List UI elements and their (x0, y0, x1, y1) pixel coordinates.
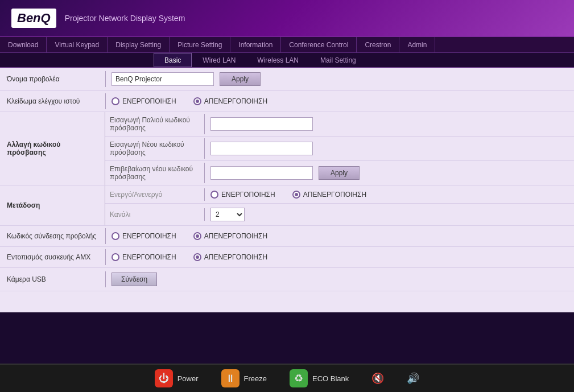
old-password-content (205, 115, 574, 133)
freeze-label: Freeze (244, 374, 267, 383)
sub-nav: Basic Wired LAN Wireless LAN Mail Settin… (0, 53, 574, 68)
subnav-wired-lan[interactable]: Wired LAN (192, 53, 246, 67)
volume-low-icon: 🔇 (371, 372, 384, 385)
subnav-basic[interactable]: Basic (154, 53, 192, 67)
projector-name-content: Apply (106, 70, 574, 88)
eco-blank-button[interactable]: ♻ ECO Blank (290, 369, 349, 387)
new-password-input[interactable] (210, 142, 313, 155)
amx-enable-radio[interactable] (112, 253, 119, 261)
control-lock-enable-group: ΕΝΕΡΓΟΠΟΙΗΣΗ (112, 97, 188, 105)
amx-enable-label: ΕΝΕΡΓΟΠΟΙΗΣΗ (122, 253, 176, 261)
footer: ⏻ Power ⏸ Freeze ♻ ECO Blank 🔇 🔊 (0, 364, 574, 392)
freeze-icon: ⏸ (221, 369, 239, 387)
proj-code-enable-group: ΕΝΕΡΓΟΠΟΙΗΣΗ (112, 232, 188, 240)
nav-download[interactable]: Download (0, 37, 47, 52)
control-lock-label: Κλείδωμα ελέγχου ιστού (0, 95, 105, 108)
broadcast-inner: Ενεργό/Ανενεργό ΕΝΕΡΓΟΠΟΙΗΣΗ ΑΠΕΝΕΡΓΟΠΟΙ… (105, 185, 574, 225)
proj-code-disable-label: ΑΠΕΝΕΡΓΟΠΟΙΗΣΗ (204, 232, 267, 240)
confirm-password-input[interactable] (210, 166, 313, 180)
amx-enable-group: ΕΝΕΡΓΟΠΟΙΗΣΗ (112, 253, 188, 261)
broadcast-disable-label: ΑΠΕΝΕΡΓΟΠΟΙΗΣΗ (303, 191, 366, 199)
nav-display-setting[interactable]: Display Setting (108, 37, 170, 52)
subnav-mail-setting[interactable]: Mail Setting (309, 53, 367, 67)
projection-code-row: Κωδικός σύνδεσης προβολής ΕΝΕΡΓΟΠΟΙΗΣΗ Α… (0, 226, 574, 247)
amx-row: Εντοπισμός συσκευής AMX ΕΝΕΡΓΟΠΟΙΗΣΗ ΑΠΕ… (0, 247, 574, 268)
nav-picture-setting[interactable]: Picture Setting (170, 37, 230, 52)
amx-label: Εντοπισμός συσκευής AMX (0, 251, 105, 263)
logo-subtitle: Projector Network Display System (65, 14, 185, 23)
proj-code-disable-group: ΑΠΕΝΕΡΓΟΠΟΙΗΣΗ (193, 232, 279, 240)
proj-code-enable-radio[interactable] (112, 232, 119, 240)
eco-icon: ♻ (290, 369, 308, 387)
amx-content: ΕΝΕΡΓΟΠΟΙΗΣΗ ΑΠΕΝΕΡΓΟΠΟΙΗΣΗ (106, 251, 574, 263)
freeze-button[interactable]: ⏸ Freeze (221, 369, 267, 387)
active-inactive-label: Ενεργό/Ανενεργό (105, 188, 205, 201)
old-password-label: Εισαγωγή Παλιού κωδικού πρόσβασης (105, 114, 205, 134)
confirm-password-label: Επιβεβαίωση νέου κωδικού πρόσβασης (105, 163, 205, 183)
control-lock-disable-group: ΑΠΕΝΕΡΓΟΠΟΙΗΣΗ (193, 97, 279, 105)
nav-bar: Download Virtual Keypad Display Setting … (0, 37, 574, 53)
broadcast-disable-radio[interactable] (292, 191, 300, 199)
projection-code-content: ΕΝΕΡΓΟΠΟΙΗΣΗ ΑΠΕΝΕΡΓΟΠΟΙΗΣΗ (106, 230, 574, 242)
apply-name-button[interactable]: Apply (220, 72, 261, 86)
eco-label: ECO Blank (312, 374, 349, 383)
control-lock-disable-radio[interactable] (193, 97, 201, 105)
broadcast-enable-group: ΕΝΕΡΓΟΠΟΙΗΣΗ (210, 191, 287, 199)
broadcast-label: Μετάδοση (0, 185, 105, 225)
power-icon: ⏻ (155, 369, 173, 387)
control-lock-enable-radio[interactable] (112, 97, 119, 105)
channel-select[interactable]: 2 3 4 5 6 (210, 208, 245, 221)
apply-password-button[interactable]: Apply (319, 166, 360, 180)
channel-row: Κανάλι 2 3 4 5 6 (105, 204, 574, 225)
logo-brand: BenQ (11, 9, 56, 28)
power-label: Power (177, 374, 199, 383)
power-button[interactable]: ⏻ Power (155, 369, 199, 387)
password-change-group: Αλλαγή κωδικούπρόσβασης Εισαγωγή Παλιού … (0, 112, 574, 185)
broadcast-group: Μετάδοση Ενεργό/Ανενεργό ΕΝΕΡΓΟΠΟΙΗΣΗ ΑΠ… (0, 185, 574, 226)
control-lock-row: Κλείδωμα ελέγχου ιστού ΕΝΕΡΓΟΠΟΙΗΣΗ ΑΠΕΝ… (0, 91, 574, 112)
amx-disable-label: ΑΠΕΝΕΡΓΟΠΟΙΗΣΗ (204, 253, 267, 261)
proj-code-disable-radio[interactable] (193, 232, 201, 240)
old-password-row: Εισαγωγή Παλιού κωδικού πρόσβασης (105, 112, 574, 137)
confirm-password-content: Apply (205, 164, 574, 182)
control-lock-enable-label: ΕΝΕΡΓΟΠΟΙΗΣΗ (122, 97, 176, 105)
control-lock-content: ΕΝΕΡΓΟΠΟΙΗΣΗ ΑΠΕΝΕΡΓΟΠΟΙΗΣΗ (106, 95, 574, 108)
volume-low-button[interactable]: 🔇 (371, 372, 384, 385)
usb-camera-row: Κάμερα USB Σύνδεση (0, 268, 574, 291)
control-lock-disable-label: ΑΠΕΝΕΡΓΟΠΟΙΗΣΗ (204, 97, 267, 105)
proj-code-enable-label: ΕΝΕΡΓΟΠΟΙΗΣΗ (122, 232, 176, 240)
subnav-wireless-lan[interactable]: Wireless LAN (246, 53, 309, 67)
broadcast-enable-radio[interactable] (210, 191, 218, 199)
broadcast-enable-label: ΕΝΕΡΓΟΠΟΙΗΣΗ (221, 191, 275, 199)
logo: BenQ Projector Network Display System (11, 9, 185, 28)
volume-high-icon: 🔊 (407, 372, 419, 385)
active-inactive-row: Ενεργό/Ανενεργό ΕΝΕΡΓΟΠΟΙΗΣΗ ΑΠΕΝΕΡΓΟΠΟΙ… (105, 185, 574, 204)
broadcast-disable-group: ΑΠΕΝΕΡΓΟΠΟΙΗΣΗ (292, 191, 378, 199)
active-inactive-content: ΕΝΕΡΓΟΠΟΙΗΣΗ ΑΠΕΝΕΡΓΟΠΟΙΗΣΗ (205, 188, 574, 201)
nav-crestron[interactable]: Crestron (357, 37, 399, 52)
usb-camera-content: Σύνδεση (106, 270, 574, 288)
password-change-label: Αλλαγή κωδικούπρόσβασης (0, 112, 105, 185)
nav-virtual-keypad[interactable]: Virtual Keypad (47, 37, 108, 52)
projector-name-label: Όνομα προβολέα (0, 73, 105, 85)
content-area: Όνομα προβολέα Apply Κλείδωμα ελέγχου ισ… (0, 68, 574, 312)
channel-label: Κανάλι (105, 208, 205, 221)
projection-code-label: Κωδικός σύνδεσης προβολής (0, 230, 105, 242)
channel-content: 2 3 4 5 6 (205, 205, 574, 224)
volume-high-button[interactable]: 🔊 (407, 372, 419, 385)
password-change-inner: Εισαγωγή Παλιού κωδικού πρόσβασης Εισαγω… (105, 112, 574, 185)
amx-disable-group: ΑΠΕΝΕΡΓΟΠΟΙΗΣΗ (193, 253, 279, 261)
confirm-password-row: Επιβεβαίωση νέου κωδικού πρόσβασης Apply (105, 161, 574, 185)
new-password-row: Εισαγωγή Νέου κωδικού πρόσβασης (105, 137, 574, 161)
projector-name-row: Όνομα προβολέα Apply (0, 68, 574, 91)
usb-camera-label: Κάμερα USB (0, 273, 105, 286)
new-password-label: Εισαγωγή Νέου κωδικού πρόσβασης (105, 138, 205, 159)
old-password-input[interactable] (210, 117, 313, 131)
amx-disable-radio[interactable] (193, 253, 201, 261)
projector-name-input[interactable] (112, 72, 214, 86)
nav-information[interactable]: Information (230, 37, 281, 52)
nav-conference-control[interactable]: Conference Control (281, 37, 357, 52)
header: BenQ Projector Network Display System (0, 0, 574, 37)
connect-button[interactable]: Σύνδεση (112, 273, 157, 286)
nav-admin[interactable]: Admin (399, 37, 435, 52)
